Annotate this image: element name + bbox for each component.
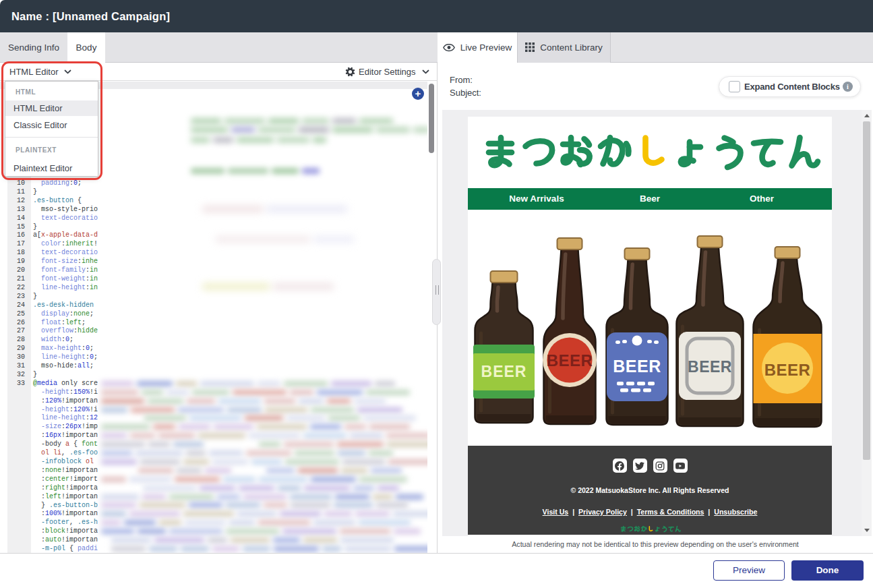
svg-text:BEER: BEER (613, 357, 661, 376)
svg-text:BEER: BEER (764, 361, 811, 379)
svg-text:BEER: BEER (547, 351, 593, 370)
svg-text:BEER: BEER (688, 358, 732, 376)
svg-text:BEER: BEER (481, 363, 527, 380)
